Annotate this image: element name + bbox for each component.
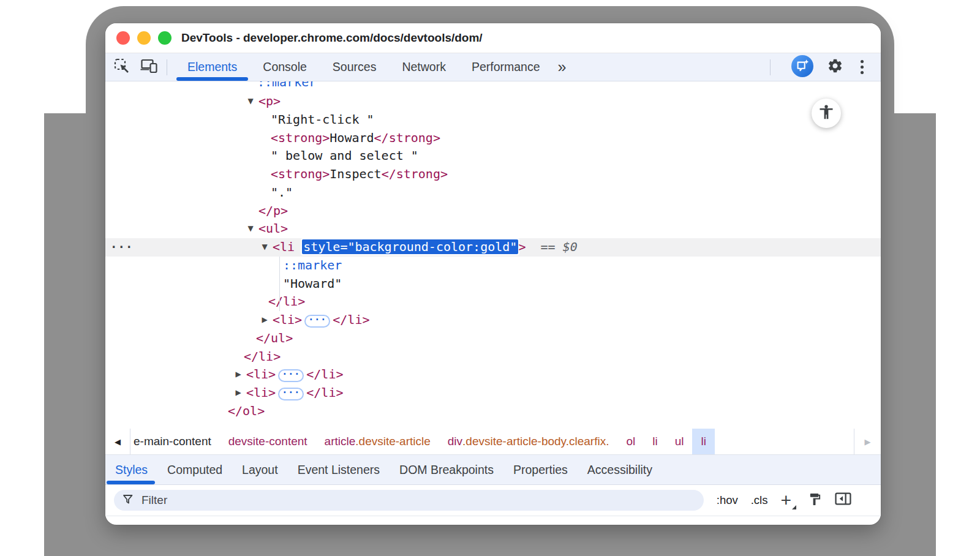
code-token: </li> [268,294,305,309]
inspect-cursor-icon [114,58,130,77]
expand-down-icon[interactable]: ▼ [258,238,271,257]
selected-attribute-text[interactable]: style="background-color:gold" [302,239,518,254]
breadcrumb-item[interactable]: ul [666,429,693,454]
toggle-sidebar-button[interactable] [835,492,851,509]
filter-field[interactable] [114,490,704,511]
dom-node-line[interactable]: </ul> [105,329,881,348]
breadcrumb-next-button[interactable]: ▶ [854,429,881,454]
inspect-element-button[interactable] [111,57,132,78]
sidebar-tab-styles[interactable]: Styles [105,455,157,484]
toolbar-right-icons [763,55,881,80]
breadcrumb-item[interactable]: li [692,429,714,454]
funnel-icon [122,494,134,508]
tab-sources[interactable]: Sources [320,53,390,81]
elements-panel: ::marker▼<p>"Right-click "<strong>Howard… [105,81,881,429]
dom-node-line[interactable]: </li> [105,293,881,311]
dom-node-line[interactable]: "Howard" [105,275,881,293]
dom-node-line[interactable]: ▶<li>···</li> [105,366,881,384]
dom-node-line[interactable]: ▶<li>···</li> [105,311,881,329]
dom-node-line[interactable]: <strong>Inspect</strong> [105,165,881,184]
settings-button[interactable] [827,58,843,77]
code-token: </li> [244,349,281,364]
minimize-button[interactable] [137,31,151,45]
filter-input[interactable] [140,493,696,508]
code-token: ::marker [257,81,316,92]
tab-performance[interactable]: Performance [459,53,553,81]
code-token: <li [273,239,302,254]
chevron-right-icon: ▶ [865,437,871,446]
expand-right-icon[interactable]: ▶ [258,311,271,329]
dom-node-line[interactable]: ▼<ul> [105,220,881,238]
tab-console[interactable]: Console [250,53,320,81]
accessibility-overlay-button[interactable] [812,99,841,128]
dom-node-line[interactable]: " below and select " [105,147,881,165]
dom-node-line[interactable]: ···▼<li style="background-color:gold"> =… [105,238,881,257]
expand-down-icon[interactable]: ▼ [244,220,257,238]
code-token: Inspect [330,167,381,181]
tab-network[interactable]: Network [389,53,459,81]
dom-node-line[interactable]: </ol> [105,402,881,421]
code-token: </li> [306,367,343,381]
breadcrumb-item[interactable]: article.devsite-article [316,429,439,454]
ellipsis-expand-button[interactable]: ··· [278,369,304,382]
rendering-emulation-button[interactable] [808,492,822,509]
sidebar-tab-event-listeners[interactable]: Event Listeners [288,455,390,484]
maximize-button[interactable] [158,31,172,45]
breadcrumb-part: article [325,435,356,448]
dom-node-line[interactable]: ▼<p> [105,92,881,111]
code-token: "Right-click " [271,112,374,127]
breadcrumb-item[interactable]: li [644,429,666,454]
tab-elements[interactable]: Elements [175,53,250,81]
toolbar-divider [167,59,167,75]
sidebar-tabs: StylesComputedLayoutEvent ListenersDOM B… [105,455,881,485]
breadcrumb-bar: ◀ e-main-contentdevsite-contentarticle.d… [105,429,881,455]
code-token: </strong> [382,167,448,181]
chevron-left-icon: ◀ [115,437,121,446]
traffic-lights [105,31,172,45]
expand-down-icon[interactable]: ▼ [244,92,257,111]
breadcrumb-part: div [448,435,462,448]
breadcrumb-item[interactable]: ol [617,429,644,454]
sidebar-tab-properties[interactable]: Properties [503,455,578,484]
breadcrumb-part: devsite-content [228,435,307,448]
close-button[interactable] [116,31,130,45]
dropdown-corner-icon [792,505,796,509]
expand-right-icon[interactable]: ▶ [232,384,244,402]
breadcrumb-item[interactable]: devsite-content [220,429,316,454]
dom-node-line[interactable]: <strong>Howard</strong> [105,129,881,148]
code-token: </li> [306,385,343,400]
accessibility-person-icon [818,103,835,123]
ai-assistance-button[interactable] [791,55,813,80]
dom-node-line[interactable]: </li> [105,348,881,366]
code-token: "." [271,185,293,200]
breadcrumb-item[interactable]: e-main-content [130,429,220,454]
code-token: $0 [563,239,578,254]
ellipsis-expand-button[interactable]: ··· [278,388,304,400]
dom-node-line[interactable]: ::marker [105,257,881,275]
breadcrumb-prev-button[interactable]: ◀ [105,429,130,454]
ellipsis-expand-button[interactable]: ··· [304,315,330,328]
dom-node-line[interactable]: "." [105,184,881,202]
sidebar-tab-accessibility[interactable]: Accessibility [578,455,662,484]
dom-node-line[interactable]: </p> [105,202,881,220]
more-panels-button[interactable]: » [553,58,571,76]
dom-node-line[interactable]: ▶<li>···</li> [105,384,881,402]
dom-node-line[interactable]: "Right-click " [105,111,881,129]
dom-node-line[interactable]: ::marker [105,81,881,92]
breadcrumb-item[interactable]: div.devsite-article-body.clearfix. [439,429,618,454]
code-token: == [526,239,562,254]
element-classes-button[interactable]: .cls [751,494,768,507]
dom-tree: ::marker▼<p>"Right-click "<strong>Howard… [105,81,881,421]
new-style-rule-button[interactable]: + [780,491,791,509]
toggle-element-state-button[interactable]: :hov [717,494,738,507]
sidebar-tab-dom-breakpoints[interactable]: DOM Breakpoints [390,455,503,484]
sidebar-tab-computed[interactable]: Computed [157,455,232,484]
indent-guide [279,257,280,311]
toolbar-divider-right [770,59,771,75]
sidebar-tab-layout[interactable]: Layout [232,455,288,484]
more-options-button[interactable] [857,59,867,75]
panel-tabs: ElementsConsoleSourcesNetworkPerformance [175,53,553,81]
device-toolbar-button[interactable] [138,57,159,78]
overflow-menu-dots-icon[interactable]: ··· [110,238,133,257]
expand-right-icon[interactable]: ▶ [232,366,244,384]
